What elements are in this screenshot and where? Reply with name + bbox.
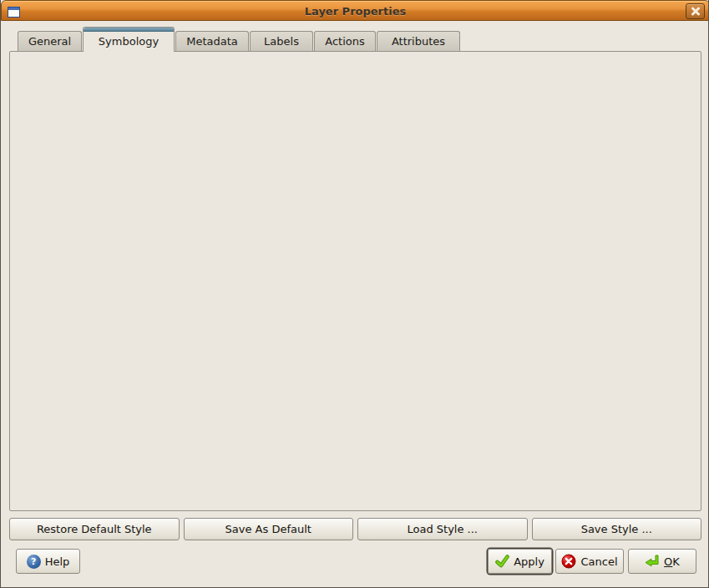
save-as-default-button[interactable]: Save As Default: [184, 518, 354, 540]
tab-labels[interactable]: Labels: [250, 31, 313, 51]
tab-metadata[interactable]: Metadata: [175, 31, 249, 51]
restore-default-style-button[interactable]: Restore Default Style: [9, 518, 180, 540]
tab-actions[interactable]: Actions: [314, 31, 376, 51]
close-icon: [691, 7, 701, 16]
ok-button[interactable]: OK: [628, 549, 696, 574]
help-button[interactable]: ? Help: [16, 549, 80, 574]
tab-attributes[interactable]: Attributes: [377, 31, 460, 51]
window-title: Layer Properties: [2, 5, 709, 18]
tab-symbology[interactable]: Symbology: [83, 27, 175, 52]
cancel-button[interactable]: Cancel: [555, 549, 624, 574]
enter-arrow-icon: [645, 555, 660, 568]
apply-button[interactable]: Apply: [488, 549, 552, 574]
save-style-button[interactable]: Save Style ...: [532, 518, 702, 540]
symbology-panel: [9, 51, 701, 511]
layer-properties-dialog: Layer Properties General Symbology Metad…: [0, 0, 709, 588]
cancel-icon: [561, 554, 576, 569]
tab-general[interactable]: General: [18, 31, 82, 51]
titlebar[interactable]: Layer Properties: [1, 0, 709, 21]
help-icon: ?: [27, 555, 41, 569]
checkmark-icon: [495, 555, 509, 568]
close-button[interactable]: [686, 3, 705, 19]
load-style-button[interactable]: Load Style ...: [357, 518, 528, 540]
style-file-buttons: Restore Default Style Save As Default Lo…: [9, 518, 701, 540]
